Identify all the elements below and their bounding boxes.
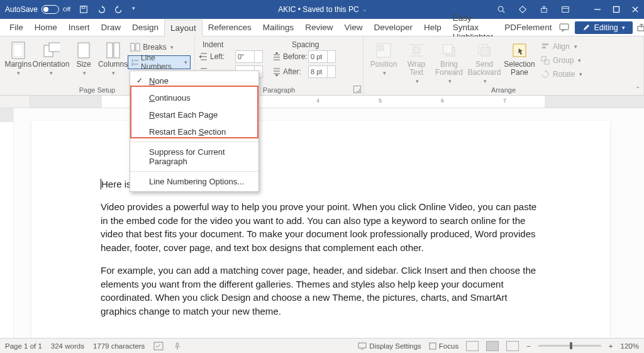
svg-rect-37 bbox=[542, 43, 548, 45]
document-area: Here is our text placeholder: Video prov… bbox=[0, 108, 644, 341]
pencil-icon bbox=[582, 24, 590, 31]
maximize-icon[interactable] bbox=[613, 6, 620, 13]
breaks-icon bbox=[130, 43, 140, 52]
send-backward-icon bbox=[475, 42, 493, 59]
status-chars[interactable]: 1779 characters bbox=[93, 342, 145, 350]
arrange-label: Arrange bbox=[367, 85, 640, 94]
save-icon[interactable] bbox=[79, 5, 88, 14]
selection-pane-button[interactable]: Selection Pane bbox=[503, 39, 536, 84]
window-icon[interactable] bbox=[561, 5, 570, 14]
line-numbers-icon: 12 bbox=[131, 58, 138, 67]
tab-developer[interactable]: Developer bbox=[369, 20, 419, 35]
vertical-ruler[interactable] bbox=[0, 108, 14, 341]
zoom-in-icon[interactable]: + bbox=[609, 342, 613, 350]
tab-insert[interactable]: Insert bbox=[63, 20, 96, 35]
breaks-button[interactable]: Breaks▾ bbox=[128, 40, 191, 54]
tab-references[interactable]: References bbox=[203, 20, 257, 35]
monitor-icon bbox=[358, 342, 367, 350]
collapse-ribbon-icon[interactable]: ⌃ bbox=[635, 86, 640, 92]
tab-design[interactable]: Design bbox=[126, 20, 164, 35]
zoom-slider[interactable] bbox=[538, 345, 601, 347]
read-mode-icon[interactable] bbox=[466, 341, 479, 351]
svg-rect-33 bbox=[443, 45, 452, 53]
wrap-text-icon bbox=[408, 42, 425, 59]
diamond-icon[interactable] bbox=[518, 5, 527, 14]
web-layout-icon[interactable] bbox=[506, 341, 519, 351]
document-page[interactable]: Here is our text placeholder: Video prov… bbox=[31, 121, 610, 341]
svg-rect-18 bbox=[78, 43, 89, 58]
tab-layout[interactable]: Layout bbox=[164, 20, 203, 36]
focus-icon bbox=[429, 342, 436, 350]
svg-rect-21 bbox=[131, 43, 135, 51]
zoom-out-icon[interactable]: − bbox=[526, 342, 531, 350]
undo-icon[interactable] bbox=[97, 5, 106, 14]
svg-rect-43 bbox=[358, 343, 366, 348]
spelling-icon[interactable] bbox=[153, 342, 164, 350]
menu-none[interactable]: None bbox=[130, 72, 258, 89]
bring-forward-icon bbox=[440, 42, 458, 59]
columns-button[interactable]: Columns▾ bbox=[98, 39, 128, 84]
space-before-input[interactable]: 0 pt bbox=[308, 50, 336, 63]
bring-forward-button: Bring Forward▾ bbox=[433, 39, 465, 84]
indent-left-icon bbox=[199, 52, 209, 62]
svg-rect-35 bbox=[481, 47, 490, 56]
menu-restart-section[interactable]: Restart Each Section bbox=[130, 123, 258, 140]
tab-review[interactable]: Review bbox=[299, 20, 338, 35]
svg-rect-29 bbox=[413, 47, 419, 53]
print-layout-icon[interactable] bbox=[486, 341, 499, 351]
share-icon[interactable] bbox=[540, 5, 548, 14]
horizontal-ruler[interactable]: 123 456 7 bbox=[0, 96, 644, 108]
menu-continuous[interactable]: Continuous bbox=[130, 89, 258, 106]
toggle-off-icon bbox=[42, 5, 59, 14]
tab-pdfelement[interactable]: PDFelement bbox=[499, 20, 557, 35]
wrap-text-button: Wrap Text▾ bbox=[400, 39, 433, 84]
size-icon bbox=[75, 42, 92, 59]
zoom-level[interactable]: 120% bbox=[621, 342, 639, 350]
menu-options[interactable]: Line Numbering Options... bbox=[130, 173, 258, 190]
minimize-icon[interactable] bbox=[594, 6, 601, 13]
close-icon[interactable] bbox=[631, 6, 639, 13]
svg-rect-20 bbox=[114, 43, 119, 58]
display-settings[interactable]: Display Settings bbox=[358, 342, 421, 350]
tab-draw[interactable]: Draw bbox=[96, 20, 127, 35]
columns-icon bbox=[104, 42, 122, 59]
orientation-button[interactable]: Orientation▾ bbox=[33, 39, 70, 84]
status-page[interactable]: Page 1 of 1 bbox=[5, 342, 42, 350]
document-title: AKIC • Saved to this PC ⌵ bbox=[278, 5, 365, 14]
line-numbers-button[interactable]: 12 Line Numbers▾ bbox=[128, 55, 191, 69]
comments-icon[interactable] bbox=[557, 21, 571, 35]
rotate-button: Rotate▾ bbox=[538, 68, 585, 81]
svg-rect-12 bbox=[638, 26, 644, 31]
tab-file[interactable]: File bbox=[4, 20, 29, 35]
selection-pane-icon bbox=[511, 42, 528, 59]
editing-button[interactable]: Editing ▾ bbox=[575, 21, 632, 34]
paragraph-3[interactable]: For example, you can add a matching cove… bbox=[101, 264, 541, 318]
accessibility-icon[interactable] bbox=[172, 342, 182, 350]
indent-left-input[interactable]: 0" bbox=[235, 50, 263, 63]
paragraph-2[interactable]: Video provides a powerful way to help yo… bbox=[101, 200, 541, 255]
svg-point-2 bbox=[498, 6, 503, 11]
svg-rect-39 bbox=[541, 57, 546, 61]
svg-rect-17 bbox=[49, 43, 60, 52]
tab-view[interactable]: View bbox=[338, 20, 368, 35]
status-words[interactable]: 324 words bbox=[51, 342, 84, 350]
autosave-toggle[interactable]: AutoSave Off bbox=[5, 5, 70, 14]
redo-icon[interactable] bbox=[114, 5, 123, 14]
space-after-input[interactable]: 8 pt bbox=[308, 65, 336, 78]
focus-button[interactable]: Focus bbox=[429, 342, 458, 350]
size-button[interactable]: Size▾ bbox=[69, 39, 98, 84]
share-button[interactable]: ▾ bbox=[636, 21, 644, 35]
ribbon-tabs: File Home Insert Draw Design Layout Refe… bbox=[0, 19, 644, 36]
indent-label: Indent bbox=[199, 40, 274, 49]
menu-restart-page[interactable]: Restart Each Page bbox=[130, 106, 258, 123]
tab-home[interactable]: Home bbox=[29, 20, 63, 35]
autosave-label: AutoSave bbox=[5, 5, 38, 14]
paragraph-launcher[interactable] bbox=[353, 86, 361, 93]
tab-mailings[interactable]: Mailings bbox=[257, 20, 300, 35]
svg-rect-40 bbox=[545, 60, 549, 64]
tab-help[interactable]: Help bbox=[418, 20, 447, 35]
margins-button[interactable]: Margins▾ bbox=[4, 39, 33, 84]
svg-rect-19 bbox=[107, 43, 113, 58]
menu-suppress[interactable]: Suppress for Current Paragraph bbox=[130, 143, 258, 170]
svg-rect-45 bbox=[430, 343, 436, 349]
